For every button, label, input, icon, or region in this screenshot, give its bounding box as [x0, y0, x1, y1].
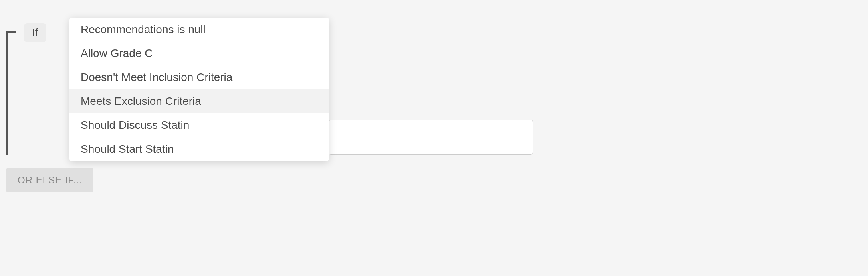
if-label: If	[32, 26, 38, 39]
condition-value-input[interactable]	[329, 120, 533, 155]
dropdown-item[interactable]: Allow Grade C	[69, 41, 329, 65]
dropdown-item-label: Should Discuss Statin	[81, 119, 189, 131]
dropdown-item[interactable]: Recommendations is null	[69, 18, 329, 41]
dropdown-item-label: Allow Grade C	[81, 47, 153, 59]
if-chip: If	[24, 23, 46, 42]
dropdown-item-label: Should Start Statin	[81, 143, 174, 155]
or-else-if-button[interactable]: OR ELSE IF...	[6, 168, 93, 192]
dropdown-item[interactable]: Doesn't Meet Inclusion Criteria	[69, 65, 329, 89]
condition-bracket	[6, 31, 16, 155]
dropdown-item[interactable]: Should Start Statin	[69, 137, 329, 161]
or-else-if-label: OR ELSE IF...	[18, 175, 82, 185]
dropdown-item-label: Meets Exclusion Criteria	[81, 95, 201, 107]
condition-dropdown[interactable]: Recommendations is nullAllow Grade CDoes…	[69, 18, 329, 161]
dropdown-item-label: Recommendations is null	[81, 23, 206, 35]
dropdown-item[interactable]: Meets Exclusion Criteria	[69, 89, 329, 113]
dropdown-item-label: Doesn't Meet Inclusion Criteria	[81, 71, 232, 83]
dropdown-item[interactable]: Should Discuss Statin	[69, 113, 329, 137]
